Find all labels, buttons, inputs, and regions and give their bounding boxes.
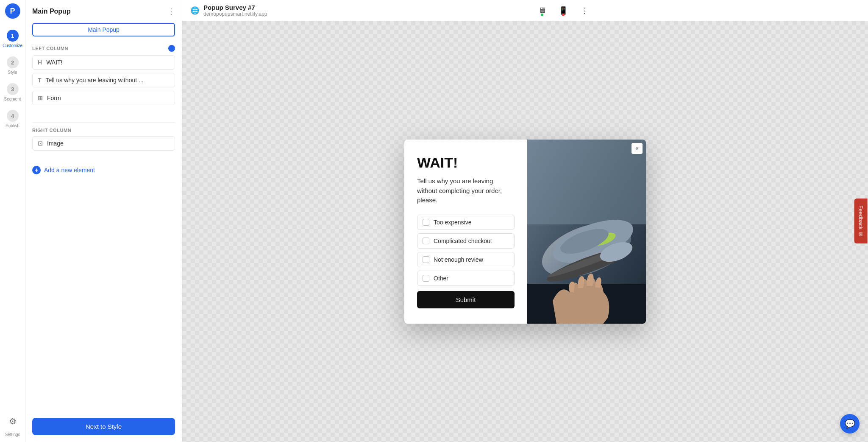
option-too-expensive-label: Too expensive [434,219,472,226]
close-icon: × [635,145,639,152]
chat-bubble-button[interactable]: 💬 [840,414,860,434]
nav-label-customize: Customize [3,43,22,48]
left-column-group: LEFT COLUMN H WAIT! T Tell us why you ar… [32,45,175,109]
sidebar-header: Main Popup ⋮ [32,7,175,16]
sidebar-more-button[interactable]: ⋮ [167,7,175,16]
right-column-label: RIGHT COLUMN [32,128,175,133]
image-element-row[interactable]: ⊡ Image [32,136,175,151]
nav-label-style: Style [8,70,17,75]
app-title: Popup Survey #7 [203,4,267,11]
nav-label-segment: Segment [4,97,21,101]
option-complicated-checkout-label: Complicated checkout [434,238,492,244]
step-number-1: 1 [7,30,19,42]
popup-left-column: WAIT! Tell us why you are leaving withou… [404,140,527,324]
popup-modal: × WAIT! Tell us why you are leaving with… [404,140,646,324]
image-icon: ⊡ [38,140,43,147]
globe-icon: 🌐 [191,6,199,15]
left-column-settings-icon[interactable] [168,45,175,52]
top-bar: 🌐 Popup Survey #7 demopopupsmart.netlify… [182,0,868,21]
left-column-label: LEFT COLUMN [32,45,175,52]
mobile-device-button[interactable]: 📱 [556,3,570,18]
desktop-device-button[interactable]: 🖥 [535,3,549,18]
nav-step-segment[interactable]: 3 Segment [0,79,25,106]
step-number-2: 2 [7,56,19,68]
settings-button[interactable]: ⚙ [5,414,20,429]
add-circle-icon: + [32,166,41,174]
option-too-expensive[interactable]: Too expensive [417,215,515,230]
chat-icon: 💬 [845,419,855,429]
checkbox-not-enough-review[interactable] [423,256,429,263]
nav-label-publish: Publish [6,123,19,128]
popup-heading: WAIT! [417,155,515,171]
nav-bottom: ⚙ Settings [0,414,25,442]
option-other-label: Other [434,275,448,282]
main-popup-tab[interactable]: Main Popup [32,23,175,36]
feedback-icon: ✉ [857,232,864,237]
nav-rail: P 1 Customize 2 Style 3 Segment 4 Publis… [0,0,25,442]
image-element-label: Image [47,140,64,147]
sidebar-panel: Main Popup ⋮ Main Popup LEFT COLUMN H WA… [25,0,182,442]
next-to-style-button[interactable]: Next to Style [32,418,175,435]
form-icon: ⊞ [38,95,43,101]
preview-area: 🌐 Popup Survey #7 demopopupsmart.netlify… [182,0,868,442]
svg-rect-1 [527,140,646,224]
heading-icon: H [38,59,42,66]
feedback-label: Feedback [857,205,864,229]
option-other[interactable]: Other [417,271,515,286]
popup-subtext: Tell us why you are leaving without comp… [417,176,515,205]
submit-button[interactable]: Submit [417,291,515,308]
more-options-button[interactable]: ⋮ [577,3,592,18]
heading-element-row[interactable]: H WAIT! [32,55,175,70]
nav-step-style[interactable]: 2 Style [0,52,25,79]
option-not-enough-review-label: Not enough review [434,256,483,263]
sidebar-title: Main Popup [32,8,71,15]
text-element-row[interactable]: T Tell us why you are leaving without ..… [32,73,175,87]
heading-element-label: WAIT! [46,59,62,66]
app-url: demopopupsmart.netlify.app [203,11,267,17]
popup-form: Too expensive Complicated checkout Not e… [417,215,515,308]
step-number-3: 3 [7,83,19,95]
text-icon: T [38,77,42,84]
form-element-row[interactable]: ⊞ Form [32,91,175,105]
popup-close-button[interactable]: × [632,143,643,154]
text-element-label: Tell us why you are leaving without ... [46,77,144,84]
top-bar-center: 🖥 📱 ⋮ [535,3,592,18]
nav-step-publish[interactable]: 4 Publish [0,106,25,132]
checkbox-too-expensive[interactable] [423,219,429,226]
option-complicated-checkout[interactable]: Complicated checkout [417,233,515,249]
add-element-button[interactable]: + Add a new element [32,166,175,174]
feedback-tab[interactable]: Feedback ✉ [854,199,867,243]
gear-icon: ⚙ [9,416,17,426]
form-element-label: Form [47,95,61,101]
nav-step-customize[interactable]: 1 Customize [0,25,25,52]
right-column-group: RIGHT COLUMN ⊡ Image [32,128,175,154]
add-element-label: Add a new element [44,167,95,173]
top-bar-left: 🌐 Popup Survey #7 demopopupsmart.netlify… [191,4,267,17]
checkbox-complicated-checkout[interactable] [423,238,429,244]
popup-image [527,140,646,324]
app-logo[interactable]: P [5,3,20,19]
step-number-4: 4 [7,110,19,122]
option-not-enough-review[interactable]: Not enough review [417,252,515,267]
popup-right-column [527,140,646,324]
checkbox-other[interactable] [423,275,429,282]
settings-label: Settings [5,432,20,437]
